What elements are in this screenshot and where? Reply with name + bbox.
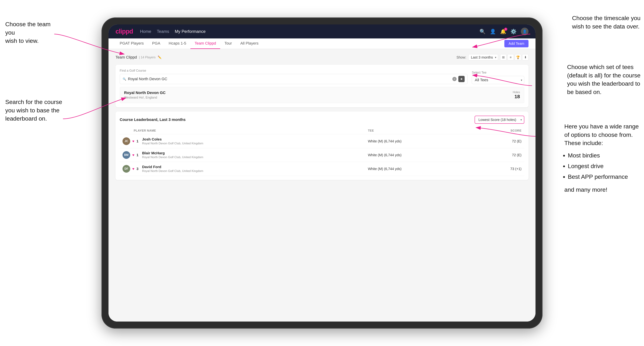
show-dropdown[interactable]: Last 3 months: [468, 54, 498, 60]
player-cell-0: JC ♥ 1 Josh Coles Royal North Devon Golf…: [120, 134, 365, 148]
favorite-icon-2[interactable]: ♥: [132, 167, 134, 171]
subnav-pgat[interactable]: PGAT Players: [116, 38, 148, 49]
subnav-team-clippd[interactable]: Team Clippd: [190, 38, 220, 49]
team-header: Team Clippd | 14 Players ✏️ Show: Last 3…: [116, 54, 528, 60]
col-tee: TEE: [365, 127, 476, 134]
score-type-dropdown[interactable]: Lowest Score (18 holes): [475, 116, 524, 123]
app-logo: clippd: [116, 28, 133, 35]
player-avatar-1: BM: [122, 151, 130, 159]
tee-label: Select Tee: [472, 71, 524, 74]
find-course-label: Find a Golf Course: [120, 69, 468, 72]
annotation-options: Here you have a wide range of options to…: [564, 122, 639, 194]
col-player: PLAYER NAME: [120, 127, 365, 134]
player-club-1: Royal North Devon Golf Club, United King…: [142, 156, 203, 159]
table-row: DF ♥ 3 David Ford Royal North Devon Golf…: [120, 162, 524, 176]
player-club-0: Royal North Devon Golf Club, United King…: [142, 142, 203, 145]
course-search-field: Find a Golf Course 🔍 × ★: [120, 69, 468, 84]
nav-my-performance[interactable]: My Performance: [175, 29, 206, 34]
subnav-hcaps[interactable]: Hcaps 1-5: [164, 38, 190, 49]
person-icon[interactable]: 👤: [490, 29, 496, 34]
notification-icon[interactable]: 🔔 1: [500, 29, 506, 34]
player-avatar-2: DF: [122, 165, 130, 173]
favorite-icon-1[interactable]: ♥: [132, 153, 134, 157]
score-dropdown-wrapper: Lowest Score (18 holes): [474, 116, 524, 124]
holes-label: Holes: [513, 91, 520, 94]
tee-select-wrapper: All Tees: [472, 76, 524, 84]
option-app: Best APP performance: [568, 172, 639, 182]
subnav-all-players[interactable]: All Players: [236, 38, 263, 49]
add-team-button[interactable]: Add Team: [504, 40, 528, 47]
search-icon-inner: 🔍: [123, 77, 126, 81]
result-course-location: Westward Ho!, England: [124, 96, 166, 99]
search-input-wrapper: 🔍 × ★: [120, 74, 468, 84]
option-drive: Longest drive: [568, 161, 639, 172]
team-title-group: Team Clippd | 14 Players ✏️: [116, 55, 162, 60]
table-body: JC ♥ 1 Josh Coles Royal North Devon Golf…: [120, 134, 524, 176]
tee-select[interactable]: All Tees: [472, 76, 524, 84]
avatar[interactable]: 👤: [521, 28, 528, 35]
player-cell-2: DF ♥ 3 David Ford Royal North Devon Golf…: [120, 162, 365, 176]
download-button[interactable]: ⬇: [522, 54, 528, 60]
subnav-pga[interactable]: PGA: [148, 38, 164, 49]
subnav-tour[interactable]: Tour: [220, 38, 236, 49]
result-course-name: Royal North Devon GC: [124, 91, 166, 95]
search-row: Find a Golf Course 🔍 × ★ Select Tee Al: [120, 69, 524, 84]
view-icons: ⊞ ≡ 🏆 ⬇: [500, 54, 528, 60]
tee-cell-0: White (M) (6,744 yds): [365, 134, 476, 148]
course-search-input[interactable]: [128, 77, 450, 81]
favorite-icon-0[interactable]: ♥: [132, 139, 134, 143]
annotation-choose-team: Choose the team you wish to view.: [5, 20, 54, 45]
edit-team-icon[interactable]: ✏️: [158, 55, 162, 59]
list-view-button[interactable]: ≡: [508, 54, 514, 60]
settings-icon[interactable]: ⚙️: [510, 29, 516, 34]
nav-home[interactable]: Home: [140, 29, 151, 34]
nav-links: Home Teams My Performance: [140, 29, 472, 34]
nav-bar: clippd Home Teams My Performance 🔍 👤 🔔 1…: [108, 24, 536, 38]
clear-search-button[interactable]: ×: [452, 77, 456, 81]
player-count: | 14 Players: [139, 56, 156, 59]
rank-0: 1: [136, 139, 140, 143]
tablet-device: clippd Home Teams My Performance 🔍 👤 🔔 1…: [102, 17, 542, 329]
score-cell-2: 73 (+1): [476, 162, 524, 176]
avatar-icon: 👤: [522, 29, 527, 33]
tee-cell-1: White (M) (6,744 yds): [365, 148, 476, 162]
team-name: Team Clippd: [116, 55, 137, 60]
main-content: Team Clippd | 14 Players ✏️ Show: Last 3…: [108, 49, 536, 322]
notification-badge: 1: [504, 28, 507, 31]
player-club-2: Royal North Devon Golf Club, United King…: [142, 169, 203, 173]
rank-1: 1: [136, 153, 140, 157]
option-birdies: Most birdies: [568, 150, 639, 161]
player-info-0: Josh Coles Royal North Devon Golf Club, …: [142, 137, 203, 145]
and-more-text: and many more!: [564, 185, 639, 194]
nav-icons: 🔍 👤 🔔 1 ⚙️ 👤: [480, 28, 528, 35]
player-name-0: Josh Coles: [142, 137, 203, 141]
table-row: BM ♥ 1 Blair McHarg Royal North Devon Go…: [120, 148, 524, 162]
annotation-timescale: Choose the timescale you wish to see the…: [572, 14, 640, 30]
col-score: SCORE: [476, 127, 524, 134]
tablet-screen: clippd Home Teams My Performance 🔍 👤 🔔 1…: [108, 24, 536, 322]
score-cell-0: 72 (E): [476, 134, 524, 148]
annotation-tees: Choose which set of tees (default is all…: [567, 63, 640, 96]
leaderboard-title: Course Leaderboard, Last 3 months: [120, 117, 186, 122]
nav-teams[interactable]: Teams: [157, 29, 169, 34]
table-row: JC ♥ 1 Josh Coles Royal North Devon Golf…: [120, 134, 524, 148]
tee-select-field: Select Tee All Tees: [472, 71, 524, 84]
player-info-2: David Ford Royal North Devon Golf Club, …: [142, 165, 203, 173]
tee-cell-2: White (M) (6,744 yds): [365, 162, 476, 176]
sub-nav: PGAT Players PGA Hcaps 1-5 Team Clippd T…: [108, 38, 536, 49]
table-header: PLAYER NAME TEE SCORE: [120, 127, 524, 134]
trophy-view-button[interactable]: 🏆: [515, 54, 521, 60]
search-section: Find a Golf Course 🔍 × ★ Select Tee Al: [116, 65, 528, 107]
annotation-search-course: Search for the course you wish to base t…: [5, 98, 62, 123]
search-icon[interactable]: 🔍: [480, 29, 486, 34]
show-select-wrapper: Last 3 months: [468, 54, 498, 60]
show-label: Show:: [456, 55, 466, 59]
favorite-button[interactable]: ★: [458, 76, 464, 82]
score-cell-1: 72 (E): [476, 148, 524, 162]
leaderboard-table: PLAYER NAME TEE SCORE JC ♥ 1 Josh: [120, 127, 524, 176]
grid-view-button[interactable]: ⊞: [500, 54, 506, 60]
course-result: Royal North Devon GC Westward Ho!, Engla…: [120, 87, 524, 103]
player-name-2: David Ford: [142, 165, 203, 169]
leaderboard-header: Course Leaderboard, Last 3 months Lowest…: [120, 116, 524, 124]
player-cell-1: BM ♥ 1 Blair McHarg Royal North Devon Go…: [120, 148, 365, 162]
